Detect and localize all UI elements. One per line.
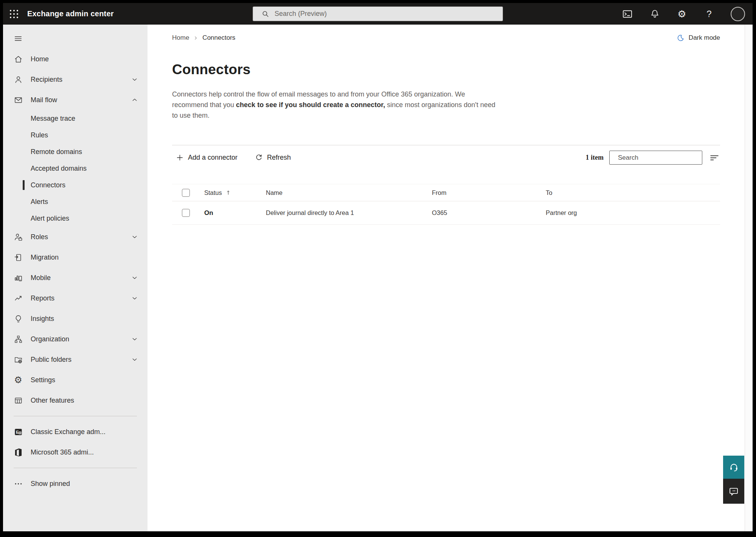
- table-header-row: Status Name From To: [172, 184, 720, 201]
- app-window: Exchange admin center: [3, 3, 753, 531]
- chevron-down-icon: [131, 76, 138, 83]
- home-icon: [14, 54, 23, 64]
- help-icon: ?: [706, 9, 711, 19]
- app-title: Exchange admin center: [27, 9, 114, 18]
- exchange-logo-icon: E: [14, 427, 23, 436]
- chevron-down-icon: [131, 233, 138, 241]
- sidebar-item-organization[interactable]: Organization: [3, 329, 147, 349]
- plus-icon: [176, 154, 184, 162]
- help-button[interactable]: ?: [703, 8, 715, 20]
- column-header-name[interactable]: Name: [266, 189, 432, 196]
- cell-status: On: [204, 209, 266, 217]
- sidebar-item-mobile[interactable]: Mobile: [3, 268, 147, 288]
- sidebar-item-mail-flow[interactable]: Mail flow: [3, 90, 147, 110]
- bell-icon: [650, 9, 660, 19]
- dark-mode-toggle[interactable]: Dark mode: [677, 34, 720, 42]
- floating-buttons: [723, 456, 744, 504]
- sidebar-item-roles[interactable]: Roles: [3, 227, 147, 247]
- cell-name: Deliver journal directly to Area 1: [266, 209, 432, 216]
- scrollbar-track[interactable]: [745, 25, 753, 531]
- sidebar-item-home[interactable]: Home: [3, 49, 147, 69]
- sidebar-item-message-trace[interactable]: Message trace: [3, 110, 147, 127]
- sidebar-item-classic-exchange-admin[interactable]: E Classic Exchange adm...: [3, 422, 147, 442]
- column-header-status[interactable]: Status: [204, 189, 266, 196]
- column-header-to[interactable]: To: [546, 189, 720, 196]
- sidebar-item-settings[interactable]: ⚙ Settings: [3, 370, 147, 390]
- search-icon: [261, 10, 270, 18]
- sidebar-item-alert-policies[interactable]: Alert policies: [3, 210, 147, 227]
- feedback-button[interactable]: [723, 479, 744, 504]
- sidebar-item-insights[interactable]: Insights: [3, 308, 147, 329]
- sidebar-divider: [14, 468, 137, 468]
- ellipsis-icon: [14, 479, 23, 488]
- roles-icon: [14, 232, 23, 241]
- refresh-button[interactable]: Refresh: [255, 150, 291, 165]
- sidebar-nav: Home Recipients Mail flow: [3, 25, 147, 531]
- chevron-down-icon: [131, 335, 138, 343]
- sidebar-item-remote-domains[interactable]: Remote domains: [3, 143, 147, 160]
- page-title: Connectors: [172, 62, 720, 78]
- sidebar-item-accepted-domains[interactable]: Accepted domains: [3, 160, 147, 177]
- chevron-down-icon: [131, 274, 138, 282]
- apps-grid-icon: [10, 10, 18, 18]
- dark-mode-label: Dark mode: [689, 34, 720, 42]
- support-button[interactable]: [723, 456, 744, 479]
- list-search-box[interactable]: [609, 151, 702, 165]
- nav-collapse-button[interactable]: [14, 34, 23, 43]
- sidebar-item-connectors[interactable]: Connectors: [3, 177, 147, 193]
- chevron-down-icon: [131, 294, 138, 302]
- refresh-icon: [255, 154, 263, 162]
- sidebar-item-recipients[interactable]: Recipients: [3, 69, 147, 90]
- connectors-table: Status Name From To On Deliver journal d…: [172, 184, 720, 225]
- sidebar-item-microsoft-365-admin[interactable]: Microsoft 365 admi...: [3, 442, 147, 462]
- reports-icon: [14, 294, 23, 303]
- avatar: [731, 7, 745, 21]
- other-features-icon: [14, 396, 23, 405]
- chevron-right-icon: [193, 36, 198, 40]
- column-header-from[interactable]: From: [432, 189, 546, 196]
- sidebar-item-alerts[interactable]: Alerts: [3, 193, 147, 210]
- sidebar-divider: [14, 416, 137, 416]
- feedback-bubble-icon: [728, 486, 739, 497]
- topbar: Exchange admin center: [3, 3, 753, 25]
- sidebar-item-rules[interactable]: Rules: [3, 127, 147, 143]
- account-button[interactable]: [731, 7, 745, 21]
- organization-icon: [14, 335, 23, 344]
- sort-filter-button[interactable]: [709, 152, 720, 163]
- settings-button[interactable]: ⚙: [676, 8, 688, 20]
- person-icon: [14, 75, 23, 84]
- topbar-actions: ⚙ ?: [622, 7, 745, 21]
- create-connector-check-link[interactable]: check to see if you should create a conn…: [236, 101, 385, 109]
- table-row[interactable]: On Deliver journal directly to Area 1 O3…: [172, 201, 720, 225]
- notifications-button[interactable]: [649, 8, 660, 20]
- mail-icon: [14, 95, 23, 104]
- m365-logo-icon: [14, 448, 23, 457]
- global-search-input[interactable]: [275, 10, 497, 18]
- sidebar-item-reports[interactable]: Reports: [3, 288, 147, 308]
- breadcrumb-home-link[interactable]: Home: [172, 34, 189, 42]
- page-description: Connectors help control the flow of emai…: [172, 89, 495, 121]
- breadcrumb-current: Connectors: [202, 34, 235, 42]
- svg-text:E: E: [16, 430, 19, 434]
- app-launcher-button[interactable]: [3, 3, 25, 25]
- sidebar-item-migration[interactable]: Migration: [3, 247, 147, 268]
- breadcrumb: Home Connectors: [172, 34, 235, 42]
- item-count: 1 item: [586, 154, 604, 162]
- global-search-box[interactable]: [253, 6, 503, 21]
- sidebar-item-other-features[interactable]: Other features: [3, 390, 147, 411]
- list-search-input[interactable]: [618, 154, 702, 162]
- command-bar: Add a connector Refresh 1 item: [172, 145, 720, 165]
- add-connector-button[interactable]: Add a connector: [176, 150, 238, 165]
- cell-from: O365: [432, 209, 546, 216]
- powershell-button[interactable]: [622, 8, 633, 20]
- row-checkbox[interactable]: [182, 209, 190, 217]
- sort-ascending-icon: [225, 190, 231, 196]
- main-content: Home Connectors Dark mode Connectors Con…: [147, 25, 745, 531]
- sort-lines-icon: [709, 153, 719, 163]
- sidebar-item-public-folders[interactable]: Public folders: [3, 349, 147, 370]
- migration-icon: [14, 253, 23, 262]
- select-all-checkbox[interactable]: [182, 189, 190, 197]
- terminal-icon: [622, 9, 633, 19]
- sidebar-item-show-pinned[interactable]: Show pinned: [3, 473, 147, 494]
- insights-icon: [14, 314, 23, 323]
